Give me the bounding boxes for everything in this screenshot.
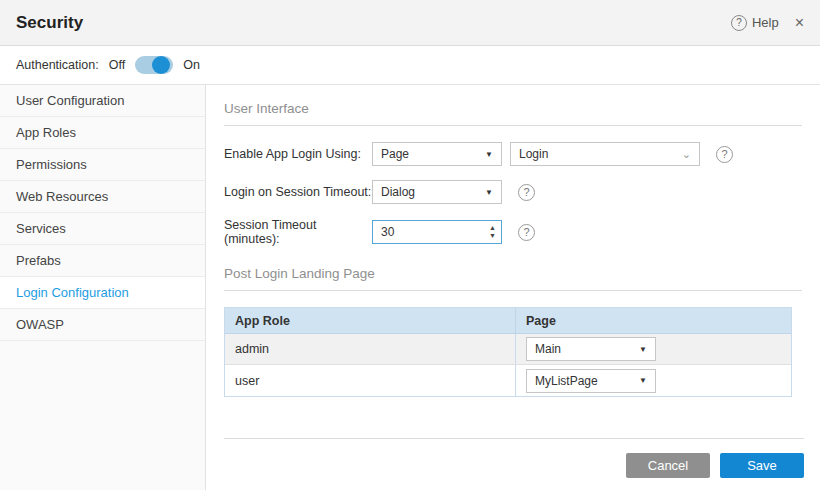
header: Security ? Help × [0, 0, 820, 46]
stepper-up-icon[interactable]: ▲ [489, 224, 496, 232]
close-icon[interactable]: × [795, 14, 804, 32]
login-page-select[interactable]: Login ⌄ [510, 142, 700, 166]
session-timeout-minutes-label: Session Timeout (minutes): [224, 218, 372, 246]
enable-app-login-label: Enable App Login Using: [224, 147, 372, 161]
help-button[interactable]: ? Help [731, 15, 779, 31]
table-header-app-role: App Role [225, 314, 515, 328]
chevron-down-icon: ⌄ [682, 149, 691, 159]
header-actions: ? Help × [731, 14, 804, 32]
footer-actions: Cancel Save [224, 438, 804, 478]
table-header-page: Page [515, 308, 791, 333]
help-icon: ? [731, 15, 747, 31]
admin-page-select[interactable]: Main ▼ [526, 337, 656, 361]
app-role-cell: user [225, 374, 515, 388]
sidebar: User Configuration App Roles Permissions… [0, 85, 206, 490]
enable-app-login-select[interactable]: Page ▼ [372, 142, 502, 166]
login-page-value: Login [519, 147, 548, 161]
table-header-row: App Role Page [225, 308, 791, 334]
page-title: Security [16, 13, 83, 33]
sidebar-item-login-configuration[interactable]: Login Configuration [0, 277, 205, 309]
stepper-down-icon[interactable]: ▼ [489, 232, 496, 240]
session-timeout-input[interactable] [372, 220, 502, 244]
toggle-on-label: On [183, 58, 200, 72]
toggle-knob-icon [152, 56, 170, 74]
user-page-value: MyListPage [535, 374, 598, 388]
save-button[interactable]: Save [720, 453, 804, 478]
session-timeout-action-select[interactable]: Dialog ▼ [372, 180, 502, 204]
sidebar-item-app-roles[interactable]: App Roles [0, 117, 205, 149]
toggle-off-label: Off [109, 58, 125, 72]
session-timeout-action-label: Login on Session Timeout: [224, 185, 372, 199]
authentication-bar: Authentication: Off On [0, 46, 820, 85]
enable-app-login-value: Page [381, 147, 409, 161]
form-row-session-timeout-action: Login on Session Timeout: Dialog ▼ ? [224, 180, 802, 204]
sidebar-item-permissions[interactable]: Permissions [0, 149, 205, 181]
caret-down-icon: ▼ [485, 188, 493, 197]
help-icon[interactable]: ? [716, 146, 733, 163]
page-cell: MyListPage ▼ [515, 365, 791, 396]
authentication-toggle[interactable] [135, 56, 173, 74]
app-role-cell: admin [225, 342, 515, 356]
caret-down-icon: ▼ [639, 345, 647, 354]
help-icon[interactable]: ? [518, 224, 535, 241]
sidebar-item-web-resources[interactable]: Web Resources [0, 181, 205, 213]
cancel-button[interactable]: Cancel [626, 453, 710, 478]
main-content: User Interface Enable App Login Using: P… [206, 85, 820, 490]
page-cell: Main ▼ [515, 334, 791, 364]
caret-down-icon: ▼ [639, 376, 647, 385]
sidebar-item-user-configuration[interactable]: User Configuration [0, 85, 205, 117]
table-row: user MyListPage ▼ [225, 365, 791, 396]
help-label: Help [752, 15, 779, 30]
body: User Configuration App Roles Permissions… [0, 85, 820, 490]
user-page-select[interactable]: MyListPage ▼ [526, 369, 656, 393]
sidebar-item-services[interactable]: Services [0, 213, 205, 245]
session-timeout-input-wrap: ▲ ▼ [372, 220, 502, 244]
number-stepper-icon[interactable]: ▲ ▼ [489, 224, 496, 240]
section-title-user-interface: User Interface [224, 95, 802, 126]
admin-page-value: Main [535, 342, 561, 356]
section-title-post-login-landing-page: Post Login Landing Page [224, 260, 802, 291]
authentication-label: Authentication: [16, 58, 99, 72]
sidebar-item-prefabs[interactable]: Prefabs [0, 245, 205, 277]
caret-down-icon: ▼ [485, 150, 493, 159]
session-timeout-action-value: Dialog [381, 185, 415, 199]
form-row-enable-app-login: Enable App Login Using: Page ▼ Login ⌄ ? [224, 142, 802, 166]
form-row-session-timeout-minutes: Session Timeout (minutes): ▲ ▼ ? [224, 218, 802, 246]
help-icon[interactable]: ? [518, 184, 535, 201]
sidebar-item-owasp[interactable]: OWASP [0, 309, 205, 341]
table-row: admin Main ▼ [225, 334, 791, 365]
landing-page-table: App Role Page admin Main ▼ user MyListPa… [224, 307, 792, 397]
